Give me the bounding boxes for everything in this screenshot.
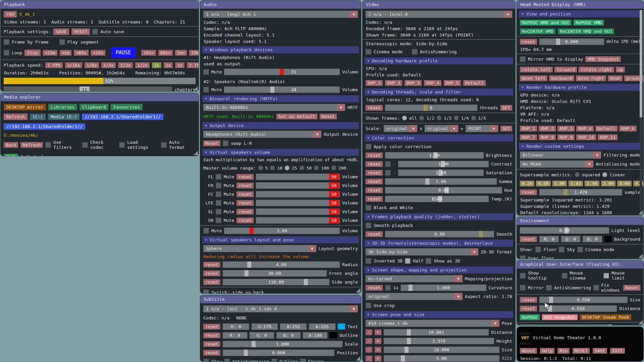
- gui-brightness-slider[interactable]: 1.00: [520, 324, 612, 325]
- temp-reset-button[interactable]: reset: [366, 196, 383, 202]
- section-color-correction[interactable]: ▼ Color correction: [365, 134, 513, 141]
- show-as-2d-checkbox[interactable]: [426, 258, 431, 264]
- frames-1-4-radio[interactable]: [454, 116, 459, 120]
- layout-geometry-dropdown[interactable]: Sphere ▼: [203, 245, 316, 252]
- device-1-mute-checkbox[interactable]: [203, 69, 209, 75]
- tilt-plus-button[interactable]: +: [375, 356, 381, 361]
- master-volume-slider[interactable]: 3.00: [224, 228, 340, 234]
- slider-handle[interactable]: [433, 152, 437, 159]
- slider-handle[interactable]: [304, 279, 308, 285]
- hmd-scrollbar-thumb[interactable]: [640, 10, 642, 117]
- section-binaural-rendering[interactable]: ▼ Binaural rendering (HRTFs): [202, 95, 359, 102]
- mouse-cinema-checkbox[interactable]: [562, 273, 568, 279]
- fc-mute-checkbox[interactable]: [216, 191, 221, 197]
- backward-button[interactable]: backward: [549, 75, 574, 81]
- ss-1-50-button[interactable]: 1.50: [585, 181, 599, 186]
- ss-2-00-button[interactable]: 2.00: [601, 181, 615, 186]
- text-g-field[interactable]: G:179: [252, 323, 278, 330]
- show-tooltip-checkbox[interactable]: [520, 273, 526, 279]
- reset-settings-button[interactable]: RESET: [71, 28, 90, 35]
- gui-snapshot-button[interactable]: GUI Snapshot: [542, 314, 578, 320]
- playback-progress-bar[interactable]: 52%: [4, 78, 196, 84]
- black-and-white-checkbox[interactable]: [366, 205, 371, 210]
- size-minus-button[interactable]: -: [366, 347, 372, 353]
- section-virtual-speakers-volume[interactable]: ▼ Virtual speakers volume: [202, 149, 359, 156]
- antialiasing-mode-dropdown[interactable]: No MSAA ▼: [520, 161, 593, 168]
- scale-y-dropdown[interactable]: original ▼: [425, 125, 458, 132]
- dhp-4-button[interactable]: DHP_4: [424, 80, 441, 86]
- gui-panel-title[interactable]: Graphical User Interface (floating UI): [517, 260, 643, 268]
- section-screen-shape[interactable]: ▼ Screen shape, mapping and projection: [365, 266, 513, 274]
- chapters-slider[interactable]: 11: [4, 86, 172, 92]
- slider-handle[interactable]: [250, 228, 254, 234]
- slider-handle[interactable]: [479, 231, 483, 237]
- ss-1-00-button[interactable]: 1.00: [552, 181, 567, 186]
- dropdown-arrow-icon[interactable]: ▼: [490, 125, 498, 132]
- curvature-slider[interactable]: 1.000: [401, 285, 486, 291]
- front-angle-slider[interactable]: 30.00: [223, 270, 327, 277]
- slider-handle[interactable]: [438, 196, 442, 202]
- sample-slider[interactable]: 1.429: [539, 189, 622, 195]
- dropdown-arrow-icon[interactable]: ▼: [313, 131, 321, 138]
- speed-1-4x-button[interactable]: 1/4x: [101, 62, 116, 68]
- move-left-button[interactable]: move left: [520, 75, 547, 81]
- radius-reset-button[interactable]: reset: [203, 262, 220, 267]
- audio-stream-dropdown[interactable]: 1 n/a - [eng] 6ch 1 ▼: [203, 11, 358, 18]
- gamma-reset-button[interactable]: reset: [366, 179, 383, 184]
- mapping-projection-dropdown[interactable]: bi-curved ▼: [366, 275, 463, 282]
- seek-fwd-5m-button[interactable]: 5m>: [175, 50, 187, 56]
- hrtf-dropdown[interactable]: Built-In 48000hz ▼: [203, 104, 345, 111]
- slider-handle[interactable]: [441, 161, 445, 167]
- range-5-radio[interactable]: [258, 166, 263, 170]
- slider-handle[interactable]: [409, 285, 413, 291]
- threads-slider[interactable]: 6: [385, 105, 477, 111]
- section-frames-playback-quality[interactable]: ▼ Frames playback quality (judder, stutt…: [365, 213, 513, 220]
- slider-handle[interactable]: 50: [329, 208, 339, 215]
- dhp-2-button[interactable]: DHP_2: [385, 80, 402, 86]
- slider-handle[interactable]: [608, 324, 612, 325]
- pose-dropdown[interactable]: #10 cinema_1 4k ▼: [366, 320, 499, 327]
- contrast-slider[interactable]: 1.00: [398, 161, 489, 167]
- subtitle-outline-checkbox[interactable]: [271, 359, 277, 362]
- libraries-tab[interactable]: Libraries: [48, 104, 77, 110]
- rhp-1-button[interactable]: RHP_1: [520, 126, 537, 131]
- speed-1x-button[interactable]: 1x: [152, 62, 161, 68]
- about-button[interactable]: About: [520, 348, 537, 354]
- dhp-1-button[interactable]: DHP_1: [366, 80, 383, 86]
- playback-panel-title[interactable]: Playback: [1, 1, 199, 9]
- threads-reset-button[interactable]: reset: [366, 105, 383, 111]
- ss-0-50-button[interactable]: 0.50: [536, 181, 550, 186]
- apply-color-correction-checkbox[interactable]: [366, 144, 371, 149]
- slider-handle[interactable]: [270, 86, 274, 93]
- rhp-default-button[interactable]: Default: [595, 126, 618, 131]
- bg-r-field[interactable]: R: 0: [539, 236, 559, 242]
- use-crop-checkbox[interactable]: [366, 303, 371, 308]
- environment-panel-title[interactable]: Environment: [517, 217, 643, 225]
- sl-volume-slider[interactable]: 50: [256, 208, 340, 215]
- front-angle-reset-button[interactable]: reset: [203, 270, 220, 276]
- range-50-radio[interactable]: [300, 166, 304, 170]
- rhp-7-button[interactable]: RHP_7: [520, 134, 537, 140]
- collapse-icon[interactable]: ▼: [367, 215, 369, 219]
- rotate-left-button[interactable]: rotate left: [520, 67, 553, 72]
- lfe-reset-button[interactable]: reset: [236, 200, 254, 206]
- slider-handle[interactable]: [401, 355, 405, 362]
- brightness-slider[interactable]: 1.00: [385, 152, 484, 159]
- recenter-hmd-button[interactable]: ReCENTER HMD: [520, 28, 555, 34]
- favourites-tab[interactable]: Favourites: [111, 104, 142, 110]
- 2d-3d-format-dropdown[interactable]: 3D Side-by-Side ▼: [366, 248, 478, 255]
- slider-handle[interactable]: [245, 270, 249, 277]
- light-level-slider[interactable]: 0.50: [520, 227, 609, 234]
- collapse-icon[interactable]: ▼: [205, 48, 207, 52]
- ss-3-00-button[interactable]: 3.00: [617, 181, 632, 186]
- up-button[interactable]: up: [616, 67, 625, 72]
- fl-reset-button[interactable]: reset: [236, 174, 254, 180]
- section-decoding-hardware-profile[interactable]: ▼ Decoding hardware profile: [365, 57, 513, 64]
- hmd-scrollbar[interactable]: [640, 10, 642, 213]
- speed-3x-button[interactable]: 3x: [175, 62, 184, 68]
- resize-grip-icon[interactable]: [356, 356, 360, 361]
- rhp-2-button[interactable]: RHP_2: [539, 126, 556, 131]
- play-file-button[interactable]: PLAY: [4, 154, 18, 156]
- section-2d-3d-formats[interactable]: ▼ 2D-3D formats(stereoscopic modes), dei…: [365, 240, 513, 247]
- filtering-mode-dropdown[interactable]: Bilinear ▼: [520, 152, 601, 159]
